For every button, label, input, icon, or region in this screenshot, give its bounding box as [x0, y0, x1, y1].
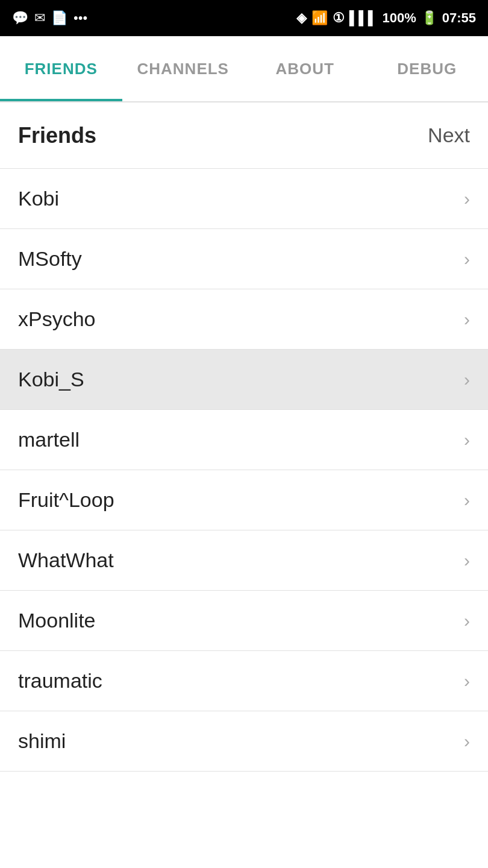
chevron-right-icon: ›: [464, 671, 470, 691]
list-item[interactable]: xPsycho›: [0, 289, 488, 350]
friend-name: martell: [18, 428, 80, 451]
list-item[interactable]: traumatic›: [0, 651, 488, 711]
friend-name: WhatWhat: [18, 549, 114, 572]
chevron-right-icon: ›: [464, 430, 470, 450]
chevron-right-icon: ›: [464, 731, 470, 752]
tab-friends[interactable]: FRIENDS: [0, 36, 122, 101]
list-item[interactable]: Kobi›: [0, 169, 488, 229]
chevron-right-icon: ›: [464, 611, 470, 631]
status-bar-right: ◈ 📶 ① ▌▌▌ 100% 🔋 07:55: [296, 10, 476, 26]
tab-channels[interactable]: CHANNELS: [122, 36, 245, 101]
battery-icon: 🔋: [421, 10, 437, 26]
gmail-icon: ✉: [34, 10, 45, 26]
friend-name: traumatic: [18, 669, 102, 693]
list-item[interactable]: martell›: [0, 410, 488, 470]
signal-icon: ▌▌▌: [349, 10, 378, 26]
page-header: Friends Next: [0, 102, 488, 169]
chevron-right-icon: ›: [464, 249, 470, 269]
chevron-right-icon: ›: [464, 490, 470, 511]
friend-name: Fruit^Loop: [18, 488, 114, 512]
whatsapp-icon: 💬: [12, 10, 28, 26]
tab-about[interactable]: ABOUT: [244, 36, 366, 101]
location-icon: ◈: [296, 10, 307, 26]
friend-name: shimi: [18, 729, 66, 753]
page-title: Friends: [18, 123, 96, 148]
list-item[interactable]: MSofty›: [0, 229, 488, 289]
tab-debug[interactable]: DEBUG: [366, 36, 489, 101]
friend-name: Kobi_S: [18, 368, 84, 391]
friend-name: xPsycho: [18, 307, 96, 331]
friends-list: Kobi›MSofty›xPsycho›Kobi_S›martell›Fruit…: [0, 169, 488, 772]
list-item[interactable]: shimi›: [0, 711, 488, 772]
friend-name: Moonlite: [18, 609, 96, 632]
doc-icon: 📄: [51, 10, 67, 26]
status-bar: 💬 ✉ 📄 ••• ◈ 📶 ① ▌▌▌ 100% 🔋 07:55: [0, 0, 488, 36]
more-icon: •••: [74, 10, 87, 26]
chevron-right-icon: ›: [464, 370, 470, 390]
next-button[interactable]: Next: [428, 124, 470, 147]
status-bar-left: 💬 ✉ 📄 •••: [12, 10, 87, 26]
friend-name: MSofty: [18, 247, 82, 271]
list-item[interactable]: Moonlite›: [0, 591, 488, 651]
tab-bar: FRIENDS CHANNELS ABOUT DEBUG: [0, 36, 488, 102]
battery-label: 100%: [382, 10, 416, 26]
friend-name: Kobi: [18, 187, 59, 210]
chevron-right-icon: ›: [464, 309, 470, 330]
sim-icon: ①: [333, 10, 345, 26]
list-item[interactable]: WhatWhat›: [0, 530, 488, 591]
time-display: 07:55: [442, 10, 476, 26]
chevron-right-icon: ›: [464, 550, 470, 571]
list-item[interactable]: Kobi_S›: [0, 350, 488, 410]
list-item[interactable]: Fruit^Loop›: [0, 470, 488, 530]
wifi-icon: 📶: [311, 10, 328, 26]
chevron-right-icon: ›: [464, 189, 470, 209]
